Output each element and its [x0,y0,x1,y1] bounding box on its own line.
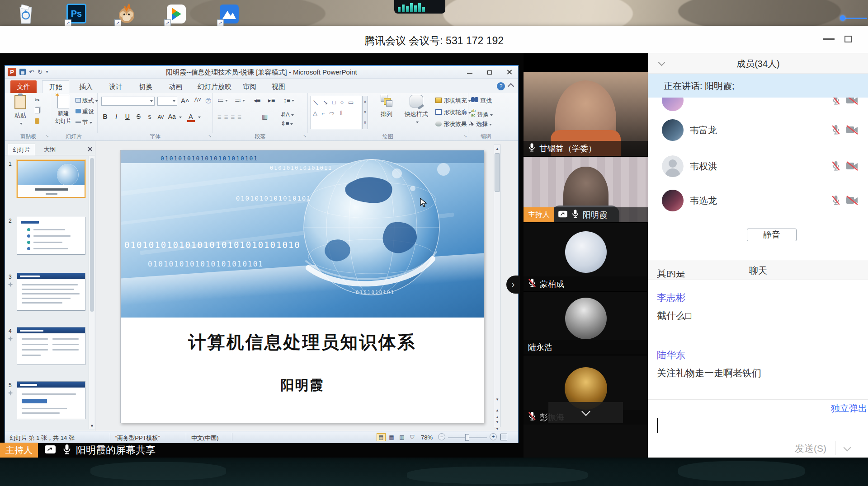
slide-thumbnail-4[interactable] [17,327,85,365]
volume-slider-thumb[interactable] [840,15,845,21]
numbering-button[interactable]: ≕ [235,97,245,104]
columns-button[interactable]: ▥ [262,113,268,120]
volume-slider-track[interactable] [842,18,867,19]
animation-star-icon[interactable] [8,389,13,397]
chat-sender[interactable]: 陆华东 [657,349,685,361]
font-color-button[interactable]: A [187,113,195,122]
pane-tab-outline[interactable]: 大纲 [39,144,60,155]
decrease-indent-button[interactable]: ◂≡ [254,97,260,104]
shrink-font-button[interactable]: A˅ [194,97,201,103]
tab-slideshow[interactable]: 幻灯片放映 [191,80,238,93]
layout-button[interactable]: 版式 [75,97,98,105]
scroll-down-icon[interactable]: ▼ [494,396,500,403]
reset-button[interactable]: 重设 [75,107,94,116]
members-header[interactable]: 成员(34人) [648,53,868,74]
change-case-button[interactable]: Aa [168,113,176,120]
video-tile-4[interactable]: 陆永浩 [524,292,648,355]
normal-view-button[interactable]: ▤ [377,433,386,441]
ppt-maximize-button[interactable] [481,68,499,76]
shape-outline-button[interactable]: 形状轮廓 [435,108,471,117]
photoshop-shortcut-icon[interactable]: Ps ↗ [66,4,87,24]
blue-app-shortcut-icon[interactable]: ↗ [219,4,240,24]
find-button[interactable]: 查找 [471,97,492,105]
pane-scrollbar[interactable]: ▼ [89,156,94,429]
ppt-close-button[interactable] [500,68,519,76]
meeting-titlebar[interactable]: 腾讯会议 会议号: 531 172 192 [0,26,868,53]
pane-tab-slides[interactable]: 幻灯片 [8,144,35,155]
zoom-slider-thumb[interactable] [465,434,469,441]
shapes-gallery-scrollbar[interactable]: ▲▼⊽ [362,96,368,129]
slide-scrollbar[interactable]: ▲ ▼ ▲▲ ▼▼ [494,145,501,427]
underline-button[interactable]: U [123,113,131,120]
recycle-bin-icon[interactable] [15,4,36,24]
text-direction-button[interactable]: ⇵A [281,111,294,118]
tab-insert[interactable]: 插入 [73,80,99,93]
help-icon[interactable]: ? [497,82,505,90]
quick-styles-button[interactable]: 快速样式 [400,95,433,125]
zoom-slider-track[interactable] [448,437,487,438]
ppt-minimize-button[interactable] [461,68,479,76]
new-slide-button[interactable]: 新建 幻灯片 [53,95,74,125]
line-spacing-button[interactable]: ↕≡ [283,97,294,104]
strikethrough-button[interactable]: S [135,113,142,120]
phonetic-guide-button[interactable]: ㋐ [205,97,211,105]
copy-button[interactable] [35,107,40,115]
pane-scrollbar-thumb[interactable] [90,158,94,312]
slide-thumbnail-2[interactable] [17,217,85,255]
pane-scroll-down-icon[interactable]: ▼ [90,424,94,428]
ppt-titlebar[interactable]: P ↶ ↻ ▾ 阳明霞--信息处理技术员-说课 [兼容模式] - Microso… [5,66,518,79]
collapse-video-strip-button[interactable] [548,402,623,423]
bullets-button[interactable]: ≔ [217,97,228,104]
align-text-button[interactable]: ⇕≡ [281,120,293,127]
scrollbar-thumb[interactable] [495,153,500,192]
alignment-buttons[interactable]: ≡≡≡≡ [217,113,244,121]
italic-button[interactable]: I [113,113,120,120]
zoom-in-button[interactable]: + [490,433,497,440]
shape-effects-button[interactable]: 形状效果 [435,120,471,128]
tab-file[interactable]: 文件 [10,80,37,93]
video-tile-2[interactable]: 主持人 阳明霞 [524,157,648,222]
mute-button[interactable]: 静音 [747,229,797,241]
char-spacing-button[interactable]: AV [157,114,165,120]
monkey-game-shortcut-icon[interactable]: ↗ [116,4,137,24]
minimize-button[interactable] [823,38,835,40]
section-button[interactable]: 节 [75,118,92,126]
replace-button[interactable]: abac替换 [471,108,493,119]
arrange-button[interactable]: 排列 [376,95,397,118]
slide-thumbnail-3[interactable] [17,273,85,311]
pane-close-icon[interactable] [87,146,92,151]
cut-button[interactable]: ✂ [35,97,40,103]
video-tile-1[interactable]: 甘锡益（学委） [524,72,648,156]
drawing-dialog-launcher[interactable]: ↘ [463,134,467,138]
paragraph-dialog-launcher[interactable]: ↘ [303,134,307,138]
shadow-button[interactable]: S̲ [146,114,154,120]
slide-thumbnail-5[interactable] [17,381,85,419]
paste-button[interactable]: 粘贴 [10,95,30,126]
tab-view[interactable]: 视图 [265,80,292,93]
tab-animations[interactable]: 动画 [162,80,189,93]
bold-button[interactable]: B [101,113,109,120]
maximize-button[interactable] [844,36,852,42]
member-row[interactable]: 韦选龙 [648,184,868,217]
collapse-ribbon-icon[interactable] [508,83,514,89]
chat-sender[interactable]: 李志彬 [657,291,685,304]
shape-fill-button[interactable]: 形状填充 [435,97,471,105]
tab-transitions[interactable]: 切换 [132,80,159,93]
send-button[interactable]: 发送(S) [795,442,826,455]
animation-star-icon[interactable] [8,335,13,343]
reading-view-button[interactable]: ▥ [397,433,406,441]
select-button[interactable]: 选择 [471,120,492,128]
scroll-up-icon[interactable]: ▲ [494,145,500,152]
tab-design[interactable]: 设计 [103,80,129,93]
grow-font-button[interactable]: A˄ [181,97,189,104]
font-name-combobox[interactable] [101,97,155,106]
tencent-video-shortcut-icon[interactable]: ↗ [166,4,187,24]
tab-review[interactable]: 审阅 [236,80,263,93]
previous-slide-button[interactable]: ▲▲ [494,407,500,414]
shapes-gallery[interactable]: ＼ ↘ □ ○ ▭ △ ⌐ ⇨ ⇩ [311,96,361,129]
clipboard-dialog-launcher[interactable]: ↘ [45,134,49,138]
slide-thumbnail-1[interactable] [17,160,85,198]
next-slide-button[interactable]: ▼▼ [494,419,500,425]
member-row[interactable]: 韦权洪 [648,150,868,182]
animation-star-icon[interactable] [8,281,13,289]
